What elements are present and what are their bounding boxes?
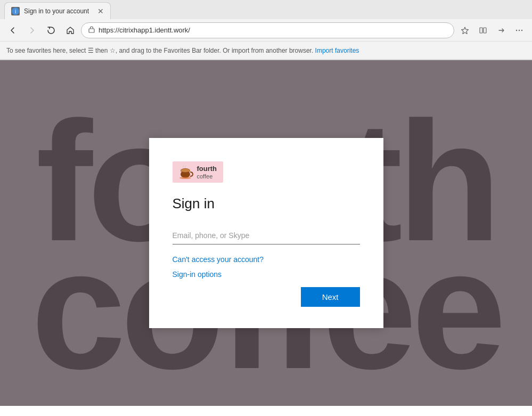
svg-point-7 <box>521 29 522 30</box>
email-input[interactable] <box>173 227 360 244</box>
signin-title: Sign in <box>173 195 360 212</box>
refresh-button[interactable] <box>43 22 60 39</box>
active-tab[interactable]: i Sign in to your account ✕ <box>4 2 111 19</box>
more-options-button[interactable] <box>511 22 528 39</box>
logo-box: fourth coffee <box>173 161 224 183</box>
home-button[interactable] <box>62 22 79 39</box>
favorites-hint-text: To see favorites here, select ☰ then ☆, … <box>6 47 315 54</box>
svg-text:i: i <box>15 9 16 14</box>
browser-chrome: i Sign in to your account ✕ <box>0 0 532 60</box>
signin-card: fourth coffee Sign in Can't access your … <box>149 138 383 328</box>
signin-footer: Next <box>173 287 360 307</box>
cant-access-account-link[interactable]: Can't access your account? <box>173 255 264 264</box>
svg-rect-4 <box>484 28 486 33</box>
url-text: https://citrixhapp1.identt.work/ <box>99 26 447 34</box>
page-background: fourth coffee <box>0 60 532 406</box>
security-lock-icon <box>88 26 95 35</box>
forward-button[interactable] <box>23 22 40 39</box>
svg-point-6 <box>519 29 520 30</box>
nav-bar: https://citrixhapp1.identt.work/ <box>0 19 532 42</box>
nav-icons-right <box>456 22 528 39</box>
company-logo: fourth coffee <box>173 161 360 183</box>
favorites-bar: To see favorites here, select ☰ then ☆, … <box>0 42 532 60</box>
tab-bar: i Sign in to your account ✕ <box>0 0 532 19</box>
next-button[interactable]: Next <box>301 287 360 307</box>
logo-company-sub: coffee <box>197 173 217 180</box>
logo-company-name: fourth <box>197 165 217 173</box>
address-bar[interactable]: https://citrixhapp1.identt.work/ <box>81 22 454 38</box>
svg-rect-2 <box>89 29 94 32</box>
share-button[interactable] <box>493 22 510 39</box>
back-button[interactable] <box>4 22 21 39</box>
svg-point-12 <box>179 177 191 179</box>
import-favorites-link[interactable]: Import favorites <box>315 47 359 54</box>
tab-favicon: i <box>11 7 20 15</box>
coffee-cup-icon <box>177 164 194 181</box>
svg-point-11 <box>181 169 190 172</box>
svg-rect-3 <box>480 28 482 33</box>
reading-view-button[interactable] <box>474 22 492 39</box>
signin-options-link[interactable]: Sign-in options <box>173 270 222 279</box>
tab-title: Sign in to your account <box>24 7 93 15</box>
svg-point-5 <box>516 29 517 30</box>
logo-text-group: fourth coffee <box>197 165 217 180</box>
favorites-button[interactable] <box>456 22 473 39</box>
tab-close-button[interactable]: ✕ <box>97 7 104 15</box>
